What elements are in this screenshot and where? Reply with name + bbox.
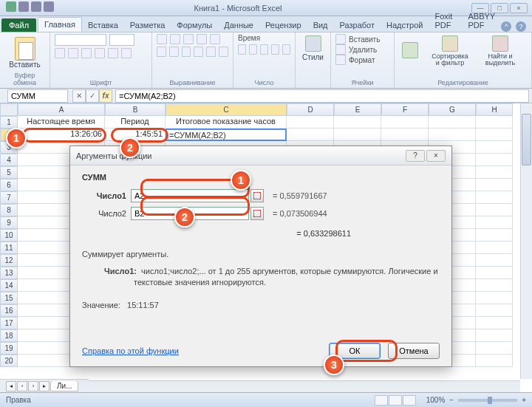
cell-E2[interactable] (334, 129, 381, 141)
wrap-icon[interactable] (210, 34, 220, 44)
close-button[interactable]: × (510, 3, 528, 13)
cell-H2[interactable] (476, 129, 513, 141)
view-break-button[interactable] (403, 395, 416, 406)
cell-H14[interactable] (476, 279, 513, 292)
align-mid-icon[interactable] (170, 34, 180, 44)
row-header-6[interactable]: 6 (0, 179, 18, 191)
cell-H11[interactable] (476, 242, 513, 254)
autosum-button[interactable] (399, 41, 421, 61)
tab-addins[interactable]: Надстрой (381, 18, 429, 32)
currency-icon[interactable] (238, 44, 246, 55)
vertical-scrollbar[interactable] (520, 103, 532, 379)
cell-H19[interactable] (476, 342, 513, 355)
cell-H9[interactable] (476, 216, 513, 229)
row-header-14[interactable]: 14 (0, 279, 18, 292)
column-header-B[interactable]: B (105, 103, 166, 116)
cell-H1[interactable] (476, 116, 513, 129)
column-header-E[interactable]: E (334, 103, 381, 116)
tab-insert[interactable]: Вставка (82, 18, 124, 32)
row-header-18[interactable]: 18 (0, 329, 18, 342)
sort-button[interactable]: Сортировка и фильтр (429, 34, 471, 68)
find-button[interactable]: Найти и выделить (479, 34, 522, 68)
dec-decimal-icon[interactable] (282, 44, 290, 55)
cell-H18[interactable] (476, 329, 513, 342)
tab-foxit[interactable]: Foxit PDF (429, 10, 462, 32)
accept-formula-button[interactable]: ✓ (86, 89, 99, 103)
cell-H3[interactable] (476, 141, 513, 154)
align-top-icon[interactable] (157, 34, 167, 44)
column-header-C[interactable]: C (166, 103, 287, 116)
cell-B1[interactable]: Период (105, 116, 166, 129)
cell-H7[interactable] (476, 191, 513, 204)
row-header-20[interactable]: 20 (0, 355, 18, 367)
dialog-help-link[interactable]: Справка по этой функции (82, 346, 179, 355)
row-header-10[interactable]: 10 (0, 229, 18, 242)
dialog-close-button[interactable]: × (426, 150, 446, 162)
file-tab[interactable]: Файл (1, 18, 36, 32)
select-all-corner[interactable] (0, 103, 18, 116)
cell-A2[interactable]: 13:26:06 (18, 129, 105, 141)
row-header-11[interactable]: 11 (0, 242, 18, 254)
row-header-9[interactable]: 9 (0, 216, 18, 229)
redo-icon[interactable] (44, 1, 54, 12)
fx-button[interactable]: fx (99, 89, 112, 103)
cancel-button[interactable]: Отмена (388, 343, 440, 359)
arg1-input[interactable] (131, 189, 249, 202)
arg1-refedit-button[interactable] (250, 189, 264, 202)
view-normal-button[interactable] (375, 395, 388, 406)
align-bot-icon[interactable] (183, 34, 194, 44)
cell-H4[interactable] (476, 154, 513, 166)
cell-E1[interactable] (334, 116, 381, 129)
tab-formulas[interactable]: Формулы (171, 18, 218, 32)
column-header-A[interactable]: A (18, 103, 105, 116)
column-header-H[interactable]: H (476, 103, 513, 116)
row-header-16[interactable]: 16 (0, 304, 18, 317)
column-header-G[interactable]: G (429, 103, 476, 116)
row-header-12[interactable]: 12 (0, 254, 18, 267)
cell-D2[interactable] (287, 129, 334, 141)
indent-inc-icon[interactable] (206, 47, 216, 57)
row-header-1[interactable]: 1 (0, 116, 18, 129)
cell-F1[interactable] (381, 116, 429, 129)
paste-button[interactable]: Вставить (4, 34, 45, 70)
vertical-scroll-thumb[interactable] (522, 114, 531, 165)
tab-layout[interactable]: Разметка (124, 18, 171, 32)
indent-dec-icon[interactable] (194, 47, 203, 57)
font-color-icon[interactable] (121, 48, 132, 58)
tab-view[interactable]: Вид (307, 18, 334, 32)
align-right-icon[interactable] (182, 47, 191, 57)
zoom-slider[interactable] (458, 399, 517, 402)
row-header-7[interactable]: 7 (0, 191, 18, 204)
cell-H20[interactable] (476, 355, 513, 367)
dialog-help-button[interactable]: ? (406, 150, 425, 162)
save-icon[interactable] (18, 1, 29, 12)
cell-H8[interactable] (476, 204, 513, 216)
cell-C2[interactable]: =СУММ(A2;B2) (166, 129, 287, 141)
row-header-5[interactable]: 5 (0, 166, 18, 179)
column-header-F[interactable]: F (381, 103, 429, 116)
row-header-19[interactable]: 19 (0, 342, 18, 355)
border-icon[interactable] (95, 48, 105, 58)
sheet-tab[interactable]: Ли... (50, 381, 78, 391)
cell-H17[interactable] (476, 317, 513, 329)
zoom-out-button[interactable]: − (449, 396, 454, 404)
orientation-icon[interactable] (197, 34, 207, 44)
help-icon[interactable]: ? (516, 21, 526, 32)
cell-H10[interactable] (476, 229, 513, 242)
sheet-nav-prev[interactable]: ‹ (17, 381, 27, 391)
cell-A1[interactable]: Настоящее время (18, 116, 105, 129)
percent-icon[interactable] (249, 44, 257, 55)
cell-G2[interactable] (429, 129, 476, 141)
sheet-nav-first[interactable]: ◂ (6, 381, 16, 391)
align-left-icon[interactable] (157, 47, 166, 57)
name-box[interactable] (7, 89, 68, 103)
row-header-13[interactable]: 13 (0, 267, 18, 279)
align-center-icon[interactable] (169, 47, 179, 57)
row-header-17[interactable]: 17 (0, 317, 18, 329)
tab-abbyy[interactable]: ABBYY PDF (462, 10, 501, 32)
minimize-ribbon-icon[interactable]: ^ (501, 21, 511, 32)
column-header-D[interactable]: D (287, 103, 334, 116)
tab-developer[interactable]: Разработ (334, 18, 381, 32)
horizontal-scrollbar[interactable] (89, 380, 520, 392)
tab-home[interactable]: Главная (38, 17, 82, 32)
